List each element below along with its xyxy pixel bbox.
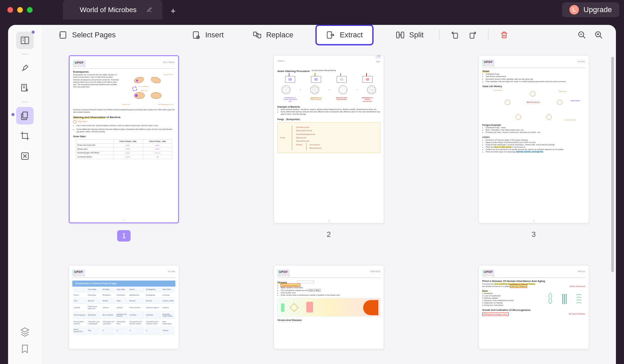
insert-icon (192, 31, 201, 39)
select-pages-icon (59, 31, 67, 39)
highlighter-icon (20, 63, 30, 73)
upgrade-label: Upgrade (584, 5, 612, 14)
sidebar-organize-pages[interactable] (16, 107, 34, 124)
extract-button[interactable]: Extract (315, 25, 373, 45)
page-number: 2 (327, 230, 331, 239)
document-tab[interactable]: World of Microbes (63, 0, 162, 20)
page-number: 3 (532, 230, 536, 239)
extract-icon (326, 31, 335, 39)
svg-rect-7 (253, 32, 256, 36)
crop-icon (20, 131, 30, 141)
logo-chip: UPDF (73, 60, 85, 66)
page-thumbnail[interactable]: Chapter 1 Bac UPDF Gram Staining Procedu… (274, 55, 384, 223)
page-thumbnail[interactable]: UPDFALGAE WWW.UPDF.COM Characteristics O… (69, 265, 179, 349)
titlebar: World of Microbes + L Upgrade (0, 0, 624, 20)
scrollbar[interactable] (611, 57, 614, 272)
bookmark-icon[interactable] (20, 344, 30, 354)
close-window-button[interactable] (7, 7, 13, 13)
page-thumbnail[interactable]: UPDFPRION WWW.UPDF.COM Prion's Disease O… (479, 265, 589, 349)
maximize-window-button[interactable] (27, 7, 33, 13)
watermark-icon (20, 151, 30, 161)
split-button[interactable]: Split (389, 27, 430, 43)
avatar: L (569, 5, 579, 14)
content-area: Select Pages Insert Replace Extract Spli… (42, 25, 616, 364)
replace-icon (253, 31, 262, 39)
rotate-left-button[interactable] (448, 27, 462, 43)
minimize-window-button[interactable] (17, 7, 23, 13)
page-card[interactable]: UPDFALGAE WWW.UPDF.COM Characteristics O… (55, 265, 193, 349)
svg-rect-2 (23, 112, 28, 118)
tab-title: World of Microbes (80, 6, 137, 14)
svg-rect-8 (258, 34, 261, 38)
svg-rect-10 (396, 32, 399, 38)
select-pages-button[interactable]: Select Pages (52, 27, 123, 43)
svg-rect-13 (470, 33, 474, 38)
svg-rect-4 (60, 32, 66, 38)
page-thumbnail[interactable]: UPDF BACTERIA WWW.UPDF.COM Endospores ve… (69, 55, 179, 223)
page-card[interactable]: Chapter 1 Bac UPDF Gram Staining Procedu… (260, 55, 398, 242)
svg-rect-11 (401, 32, 404, 38)
window-controls (7, 7, 33, 13)
sidebar-crop[interactable] (16, 127, 34, 145)
page-card[interactable]: UPDFFUNGI WWW.UPDF.COM Yeast Unicellular… (465, 55, 602, 242)
sidebar-reader-mode[interactable] (16, 32, 34, 49)
page-thumbnail[interactable]: UPDFVIRUSES WWW.UPDF.COM Viruses Intrace… (274, 265, 384, 349)
layers-icon[interactable] (20, 327, 30, 337)
book-icon (20, 35, 30, 45)
page-thumbnail[interactable]: UPDFFUNGI WWW.UPDF.COM Yeast Unicellular… (479, 55, 589, 223)
page-card[interactable]: UPDFPRION WWW.UPDF.COM Prion's Disease O… (465, 265, 602, 349)
account-chip[interactable]: L Upgrade (562, 2, 619, 17)
edit-page-icon (20, 83, 30, 93)
zoom-out-button[interactable] (575, 27, 589, 43)
rename-tab-icon[interactable] (147, 7, 152, 12)
sidebar-edit[interactable] (16, 79, 34, 97)
sidebar-annotate[interactable] (16, 59, 34, 77)
zoom-in-button[interactable] (592, 27, 606, 43)
svg-rect-12 (453, 33, 457, 38)
rotate-left-icon (451, 31, 460, 39)
organize-toolbar: Select Pages Insert Replace Extract Spli… (42, 25, 616, 45)
page-card[interactable]: UPDFVIRUSES WWW.UPDF.COM Viruses Intrace… (260, 265, 398, 349)
rotate-right-icon (468, 31, 477, 39)
main-window: Select Pages Insert Replace Extract Spli… (8, 25, 616, 364)
sidebar-watermark[interactable] (16, 147, 34, 165)
zoom-in-icon (594, 31, 603, 39)
page-grid[interactable]: UPDF BACTERIA WWW.UPDF.COM Endospores ve… (42, 45, 616, 364)
delete-button[interactable] (497, 27, 511, 43)
zoom-out-icon (578, 31, 586, 39)
sidebar (8, 25, 42, 364)
page-number-badge[interactable]: 1 (117, 230, 131, 242)
replace-button[interactable]: Replace (246, 27, 300, 43)
split-icon (396, 31, 405, 39)
rotate-right-button[interactable] (465, 27, 479, 43)
insert-button[interactable]: Insert (185, 27, 231, 43)
trash-icon (500, 31, 509, 39)
new-tab-button[interactable]: + (171, 6, 179, 14)
page-card[interactable]: UPDF BACTERIA WWW.UPDF.COM Endospores ve… (55, 55, 193, 242)
active-indicator-dot (11, 113, 14, 116)
pages-icon (20, 111, 30, 121)
